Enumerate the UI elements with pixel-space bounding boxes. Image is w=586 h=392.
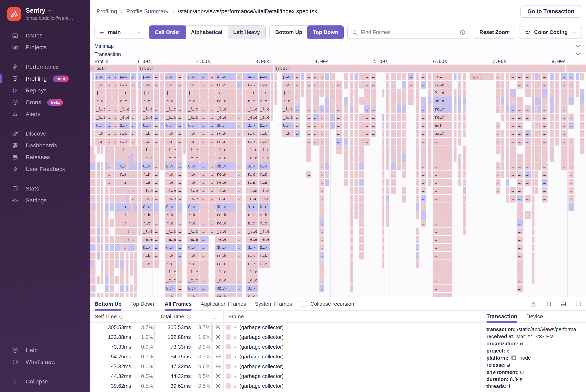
- flame-cell[interactable]: p…s: [246, 73, 258, 80]
- flame-cell[interactable]: [386, 211, 389, 219]
- flame-cell[interactable]: r…e: [119, 97, 130, 105]
- flame-cell[interactable]: [105, 211, 109, 219]
- sidebar-item[interactable]: Crons beta: [0, 96, 90, 108]
- flame-cell[interactable]: [535, 106, 538, 113]
- flame-cell[interactable]: …: [306, 122, 311, 129]
- flame-cell[interactable]: …: [319, 89, 324, 97]
- flame-cell[interactable]: [350, 244, 353, 251]
- flame-cell[interactable]: r…s: [119, 81, 130, 88]
- flame-cell[interactable]: [532, 89, 534, 97]
- flame-cell[interactable]: [386, 89, 389, 97]
- flame-cell[interactable]: re…r: [433, 106, 452, 113]
- flame-cell[interactable]: [93, 195, 96, 202]
- flame-cell[interactable]: r…e: [282, 97, 294, 105]
- flame-cell[interactable]: [90, 268, 93, 276]
- flame-cell[interactable]: r…s: [246, 81, 258, 88]
- flame-cell[interactable]: …: [177, 276, 182, 284]
- flame-cell[interactable]: …: [313, 89, 319, 97]
- flame-cell[interactable]: …: [510, 97, 516, 105]
- flame-cell[interactable]: …: [177, 220, 182, 227]
- flame-cell[interactable]: …: [177, 228, 182, 235]
- flame-cell[interactable]: …: [421, 106, 426, 113]
- flame-cell[interactable]: [391, 81, 396, 88]
- flame-cell[interactable]: …: [371, 73, 376, 80]
- flame-cell[interactable]: …: [209, 179, 215, 186]
- flame-cell[interactable]: _l…e: [259, 187, 270, 194]
- go-to-transaction-button[interactable]: Go to Transaction: [520, 5, 581, 18]
- flame-cell[interactable]: …: [154, 170, 159, 178]
- flame-cell[interactable]: p…s: [282, 73, 294, 80]
- flame-cell[interactable]: [535, 138, 538, 146]
- flame-cell[interactable]: _e…e: [215, 114, 236, 121]
- flame-cell[interactable]: r…e: [119, 138, 130, 146]
- flame-cell[interactable]: [463, 220, 466, 227]
- flame-cell[interactable]: [354, 162, 358, 170]
- flame-cell[interactable]: …: [177, 122, 182, 129]
- sidebar-item[interactable]: Help: [0, 344, 90, 356]
- flame-cell[interactable]: [416, 146, 419, 154]
- flame-cell[interactable]: …: [154, 211, 159, 219]
- flame-cell[interactable]: [428, 170, 431, 178]
- flame-cell[interactable]: …: [433, 260, 452, 268]
- flame-cell[interactable]: …: [517, 203, 523, 211]
- flame-cell[interactable]: …: [496, 89, 500, 97]
- flame-cell[interactable]: [458, 81, 461, 88]
- flame-cell[interactable]: [359, 170, 364, 178]
- flame-cell[interactable]: …: [517, 211, 523, 219]
- filter-tab[interactable]: Application Frames: [201, 297, 246, 310]
- flame-cell[interactable]: …: [177, 146, 182, 154]
- flame-cell[interactable]: [325, 154, 329, 162]
- flame-cell[interactable]: un…n: [433, 97, 452, 105]
- flame-cell[interactable]: …: [542, 195, 547, 202]
- flame-cell[interactable]: [397, 154, 401, 162]
- flame-cell[interactable]: …: [177, 293, 182, 297]
- flame-cell[interactable]: p…s: [259, 73, 270, 80]
- flame-cell[interactable]: [386, 106, 389, 113]
- flame-cell[interactable]: [90, 284, 93, 292]
- flame-cell[interactable]: …: [112, 122, 118, 129]
- flame-cell[interactable]: [115, 252, 119, 260]
- flame-cell[interactable]: re…k: [215, 170, 236, 178]
- flame-cell[interactable]: …: [112, 97, 118, 105]
- flame-cell[interactable]: [428, 106, 431, 113]
- flame-cell[interactable]: [130, 146, 133, 154]
- flame-cell[interactable]: [344, 114, 348, 121]
- flame-cell[interactable]: [101, 195, 103, 202]
- flame-cell[interactable]: …: [433, 244, 452, 251]
- flame-cell[interactable]: [126, 293, 129, 297]
- flame-cell[interactable]: r…e: [187, 97, 200, 105]
- breadcrumb-profiling[interactable]: Profiling: [97, 8, 117, 15]
- flame-cell[interactable]: re…k: [215, 211, 236, 219]
- flame-cell[interactable]: …: [200, 276, 209, 284]
- direction-button[interactable]: Top Down: [307, 26, 344, 39]
- flame-cell[interactable]: r…e: [165, 179, 176, 186]
- flame-cell[interactable]: _e…e: [142, 236, 153, 243]
- flame-cell[interactable]: [397, 146, 401, 154]
- table-row[interactable]: 44.32ms 0.5% 44.32ms 0.5% › (garbage col…: [90, 371, 480, 381]
- flame-cell[interactable]: [382, 122, 384, 129]
- flame-cell[interactable]: [416, 179, 419, 186]
- flame-cell[interactable]: …: [542, 130, 547, 138]
- flame-cell[interactable]: [532, 130, 534, 138]
- flame-cell[interactable]: [580, 114, 584, 121]
- flame-cell[interactable]: …: [542, 97, 547, 105]
- flame-cell[interactable]: [386, 81, 389, 88]
- flame-cell[interactable]: [90, 293, 93, 297]
- flame-cell[interactable]: [139, 73, 141, 80]
- flame-cell[interactable]: [382, 154, 384, 162]
- flame-cell[interactable]: [344, 81, 348, 88]
- flame-cell[interactable]: [101, 244, 103, 251]
- flame-cell[interactable]: [120, 154, 124, 162]
- flame-cell[interactable]: …: [313, 81, 319, 88]
- flame-cell[interactable]: …: [496, 187, 500, 194]
- flame-cell[interactable]: [115, 154, 119, 162]
- flame-cell[interactable]: …: [319, 195, 324, 202]
- flame-cell[interactable]: [397, 138, 401, 146]
- flame-cell[interactable]: act: [433, 122, 452, 129]
- flame-cell[interactable]: …: [237, 73, 242, 80]
- gear-icon[interactable]: [215, 334, 221, 340]
- flame-cell[interactable]: [463, 203, 466, 211]
- flame-cell[interactable]: _l…e: [215, 228, 236, 235]
- flame-cell[interactable]: [532, 138, 534, 146]
- flame-cell[interactable]: [535, 146, 538, 154]
